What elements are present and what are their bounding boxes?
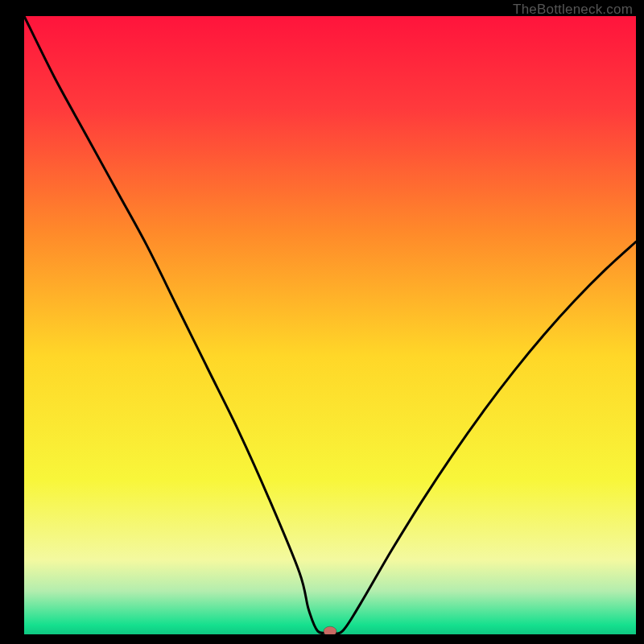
bottleneck-chart	[0, 0, 644, 644]
chart-container: TheBottleneck.com	[0, 0, 644, 644]
watermark-text: TheBottleneck.com	[513, 2, 633, 18]
gradient-background	[24, 16, 636, 634]
